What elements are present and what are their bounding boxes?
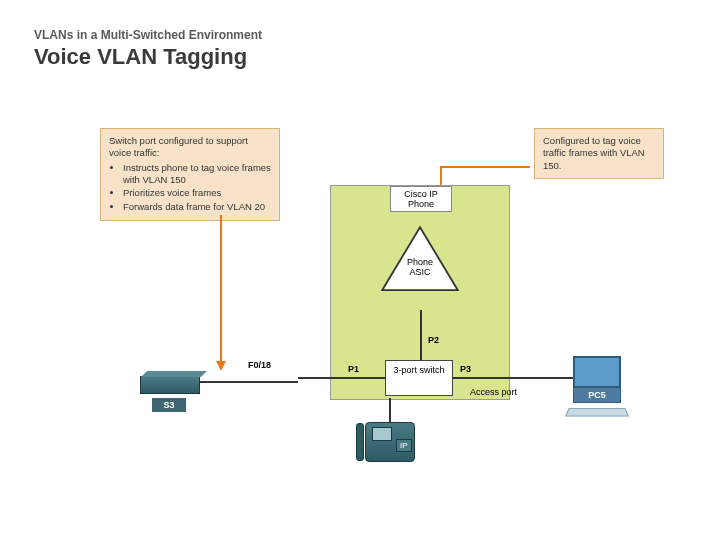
three-port-switch: 3-port switch	[385, 360, 453, 396]
pc5-label: PC5	[573, 387, 621, 403]
page-subtitle: VLANs in a Multi-Switched Environment	[34, 28, 262, 42]
switch-s3-icon: S3	[140, 376, 200, 412]
ip-phone-device-icon: IP	[365, 422, 415, 462]
page-title: Voice VLAN Tagging	[34, 44, 262, 70]
link-p1	[298, 377, 385, 379]
header: VLANs in a Multi-Switched Environment Vo…	[34, 28, 262, 70]
ip-phone-label: Cisco IP Phone	[390, 186, 452, 212]
callout-text: Configured to tag voice traffic frames w…	[543, 135, 655, 172]
link-phone-device	[389, 398, 391, 424]
port-p1-label: P1	[348, 364, 359, 374]
phone-asic-label: Phone ASIC	[402, 258, 438, 278]
callout-item: Instructs phone to tag voice frames with…	[123, 162, 271, 187]
callout-item: Prioritizes voice frames	[123, 187, 271, 199]
access-port-label: Access port	[470, 388, 517, 398]
link-asic-switch	[420, 310, 422, 360]
arrow-left	[220, 215, 222, 363]
port-p2-label: P2	[428, 335, 439, 345]
diagram: Switch port configured to support voice …	[90, 120, 670, 520]
callout-title: Switch port configured to support voice …	[109, 135, 271, 160]
callout-item: Forwards data frame for VLAN 20	[123, 201, 271, 213]
link-f018	[200, 381, 298, 383]
link-p3	[453, 377, 573, 379]
port-p3-label: P3	[460, 364, 471, 374]
callout-phone-tag: Configured to tag voice traffic frames w…	[534, 128, 664, 179]
pc5-icon: PC5	[573, 356, 627, 417]
switch-s3-label: S3	[152, 398, 186, 412]
callout-switch-port: Switch port configured to support voice …	[100, 128, 280, 221]
switch-port-label: F0/18	[248, 360, 271, 370]
ip-badge: IP	[396, 439, 412, 452]
